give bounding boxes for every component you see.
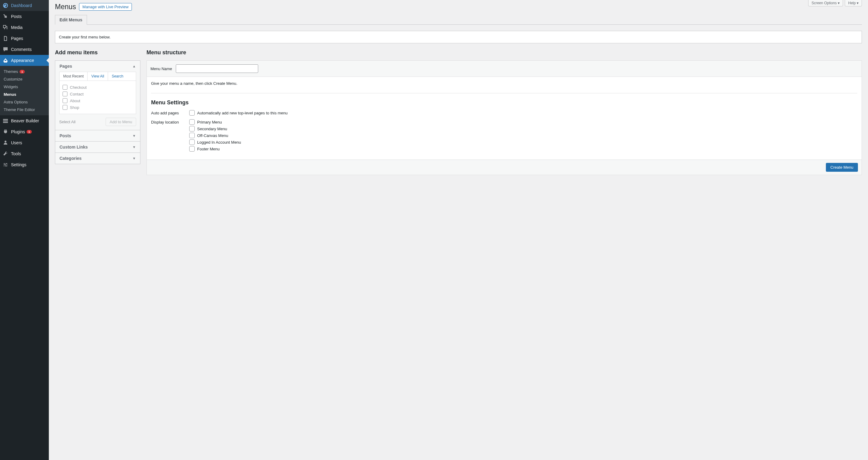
submenu-item-customize[interactable]: Customize (0, 75, 49, 83)
submenu-label: Theme File Editor (4, 107, 35, 112)
sidebar-label: Pages (11, 36, 23, 41)
sidebar-item-plugins[interactable]: Plugins 1 (0, 126, 49, 137)
users-icon (2, 140, 8, 146)
page-checkbox-contact[interactable] (63, 92, 67, 96)
submenu-item-themes[interactable]: Themes 1 (0, 68, 49, 75)
submenu-item-menus[interactable]: Menus (0, 91, 49, 98)
dashboard-icon (2, 2, 8, 8)
sidebar-item-users[interactable]: Users (0, 137, 49, 148)
sidebar-item-beaver[interactable]: Beaver Builder (0, 115, 49, 126)
update-badge: 1 (20, 70, 25, 73)
sidebar-label: Beaver Builder (11, 118, 39, 123)
screen-options-button[interactable]: Screen Options ▾ (808, 0, 843, 6)
appearance-icon (2, 57, 8, 63)
page-title-row: Menus Manage with Live Preview (55, 0, 862, 12)
plugins-icon (2, 129, 8, 135)
location-footer-checkbox[interactable] (189, 146, 195, 152)
update-badge: 1 (27, 130, 32, 134)
accordion-section-posts: Posts ▼ (55, 130, 140, 141)
accordion-title-pages[interactable]: Pages ▲ (55, 61, 140, 72)
accordion-label: Categories (60, 156, 82, 161)
sidebar-item-comments[interactable]: Comments (0, 44, 49, 55)
accordion-footer: Select All Add to Menu (59, 114, 136, 126)
sidebar-item-media[interactable]: Media (0, 22, 49, 33)
menu-body: Give your menu a name, then click Create… (147, 77, 862, 160)
sidebar-label: Posts (11, 14, 22, 19)
page-item: Checkout (63, 84, 133, 91)
column-header: Menu structure (147, 50, 862, 56)
sidebar-label: Users (11, 140, 22, 145)
create-menu-button[interactable]: Create Menu (826, 163, 858, 172)
page-item: Contact (63, 91, 133, 97)
add-menu-items-column: Add menu items Pages ▲ Most Recent View … (55, 50, 141, 175)
page-title: Menus (55, 3, 76, 11)
menu-header: Menu Name (147, 61, 862, 77)
live-preview-button[interactable]: Manage with Live Preview (79, 3, 132, 11)
setting-row-display: Display location Primary Menu Secondary … (151, 119, 857, 153)
accordion-section-custom-links: Custom Links ▼ (55, 141, 140, 153)
sidebar-label: Plugins (11, 129, 25, 134)
auto-add-checkbox[interactable] (189, 110, 195, 116)
tab-search[interactable]: Search (108, 72, 127, 80)
accordion-title-custom-links[interactable]: Custom Links ▼ (55, 141, 140, 153)
page-checkbox-about[interactable] (63, 98, 67, 103)
location-offcanvas-checkbox[interactable] (189, 133, 195, 138)
submenu-item-astra[interactable]: Astra Options (0, 98, 49, 106)
pages-icon (2, 35, 8, 41)
sidebar-item-appearance[interactable]: Appearance (0, 55, 49, 66)
submenu-label: Astra Options (4, 100, 28, 104)
sidebar-item-tools[interactable]: Tools (0, 148, 49, 159)
main-content: Screen Options ▾ Help ▾ Menus Manage wit… (49, 0, 868, 460)
sidebar-label: Appearance (11, 58, 34, 63)
submenu-label: Customize (4, 77, 22, 81)
chevron-down-icon: ▼ (132, 145, 136, 149)
accordion-title-categories[interactable]: Categories ▼ (55, 153, 140, 164)
chevron-down-icon: ▼ (132, 134, 136, 138)
tab-most-recent[interactable]: Most Recent (60, 72, 88, 80)
help-button[interactable]: Help ▾ (845, 0, 862, 6)
top-buttons: Screen Options ▾ Help ▾ (808, 0, 862, 6)
checkbox-label: Automatically add new top-level pages to… (197, 111, 287, 115)
sidebar-item-dashboard[interactable]: Dashboard (0, 0, 49, 11)
tab-view-all[interactable]: View All (88, 72, 108, 80)
page-label: Contact (70, 92, 84, 96)
page-checkbox-shop[interactable] (63, 105, 67, 110)
accordion-label: Pages (60, 64, 72, 69)
sidebar-label: Media (11, 25, 23, 30)
submenu-item-editor[interactable]: Theme File Editor (0, 106, 49, 113)
submenu-label: Widgets (4, 85, 18, 89)
tab-edit-menus[interactable]: Edit Menus (55, 15, 87, 25)
location-loggedin-checkbox[interactable] (189, 139, 195, 145)
page-label: Shop (70, 105, 79, 110)
sidebar-item-posts[interactable]: Posts (0, 11, 49, 22)
page-checkbox-checkout[interactable] (63, 85, 67, 90)
add-to-menu-button[interactable]: Add to Menu (105, 118, 136, 126)
sidebar-label: Settings (11, 162, 27, 167)
accordion-title-posts[interactable]: Posts ▼ (55, 130, 140, 141)
beaver-icon (2, 118, 8, 124)
submenu-label: Menus (4, 92, 16, 97)
setting-options: Automatically add new top-level pages to… (189, 110, 857, 117)
location-secondary-checkbox[interactable] (189, 126, 195, 131)
comments-icon (2, 46, 8, 53)
submenu-item-widgets[interactable]: Widgets (0, 83, 49, 91)
page-list: Checkout Contact About (59, 80, 136, 114)
notice: Create your first menu below. (55, 31, 862, 43)
sidebar-label: Tools (11, 151, 21, 156)
chevron-up-icon: ▲ (132, 64, 136, 68)
menu-structure-column: Menu structure Menu Name Give your menu … (147, 50, 862, 175)
location-primary-checkbox[interactable] (189, 119, 195, 125)
accordion-content: Most Recent View All Search Checkout (55, 72, 140, 130)
accordion: Pages ▲ Most Recent View All Search C (55, 60, 141, 164)
menu-name-label: Menu Name (151, 66, 172, 71)
select-all-link[interactable]: Select All (59, 120, 75, 124)
menu-box: Menu Name Give your menu a name, then cl… (147, 60, 862, 175)
checkbox-label: Secondary Menu (197, 127, 227, 131)
inner-tabs: Most Recent View All Search (59, 72, 136, 80)
sidebar-item-settings[interactable]: Settings (0, 159, 49, 170)
admin-sidebar: Dashboard Posts Media Pages Comments App… (0, 0, 49, 460)
column-header: Add menu items (55, 50, 141, 56)
sidebar-item-pages[interactable]: Pages (0, 33, 49, 44)
menu-name-input[interactable] (176, 64, 258, 73)
checkbox-label: Off-Canvas Menu (197, 133, 228, 138)
